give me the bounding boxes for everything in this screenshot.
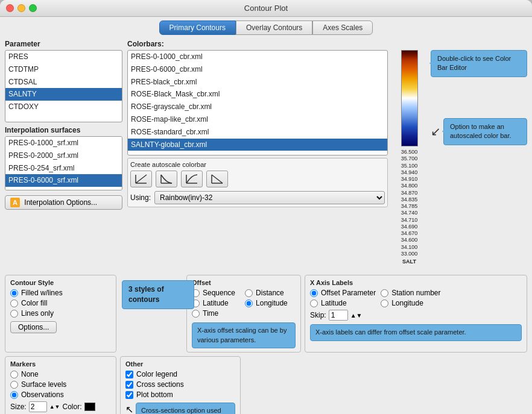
cbr-rose-gray[interactable]: ROSE-grayscale_cbr.xml xyxy=(128,101,387,113)
tip-xaxis-offset: X-axis offset scaling can be by various … xyxy=(192,322,296,348)
style-lines-label: Lines only xyxy=(21,309,54,318)
color-swatch[interactable] xyxy=(84,403,95,411)
param-salnty[interactable]: SALNTY xyxy=(5,88,122,101)
xaxis-station[interactable]: Station number xyxy=(381,289,440,297)
skip-row: Skip: ▲▼ xyxy=(310,310,522,321)
interpolation-options-button[interactable]: A Interpolation Options... xyxy=(5,195,122,210)
tips-column: Double-click to see Color Bar Editor ↙ O… xyxy=(431,50,527,265)
autoscale-icon-4[interactable] xyxy=(206,171,228,187)
xaxis-longitude[interactable]: Longitude xyxy=(381,299,440,307)
param-ctdtmp[interactable]: CTDTMP xyxy=(5,63,122,76)
cb-plot-bottom[interactable]: Plot bottom xyxy=(125,390,235,399)
tab-overlay-contours[interactable]: Overlay Contours xyxy=(236,20,312,35)
colorbar-list[interactable]: PRES-0-1000_cbr.xml PRES-0-6000_cbr.xml … xyxy=(127,50,388,155)
param-ctdoxy[interactable]: CTDOXY xyxy=(5,101,122,113)
tip-xaxis-labels-text: X-axis labels can differ from offset sca… xyxy=(315,328,466,336)
offset-panel: Offset Sequence Latitude Time xyxy=(186,275,301,353)
offset-longitude[interactable]: Longitude xyxy=(245,299,288,307)
tip-dblclick-text: Double-click to see Color Bar Editor xyxy=(437,55,511,71)
tab-axes-scales[interactable]: Axes Scales xyxy=(312,20,373,35)
surf-label: Interpolation surfaces xyxy=(5,126,122,134)
minimize-button[interactable] xyxy=(17,4,25,12)
surf-254[interactable]: PRES-0-254_srf.xml xyxy=(5,162,122,175)
offset-title: Offset xyxy=(192,279,296,286)
a-badge: A xyxy=(10,198,20,207)
titlebar: Contour Plot xyxy=(0,0,532,17)
xaxis-offset-param[interactable]: Offset Parameter xyxy=(310,289,376,297)
style-lines-only[interactable]: Lines only xyxy=(10,309,111,318)
cb-color-legend[interactable]: Color legend xyxy=(125,370,235,378)
colorbar-visual: 36.500 35.700 35.100 34.940 34.910 34.80… xyxy=(393,50,426,265)
close-button[interactable] xyxy=(6,4,14,12)
autoscale-icon-3[interactable] xyxy=(181,171,203,187)
surf-woa[interactable]: PRES-WOA traditional 33 ... xyxy=(5,187,122,190)
svg-line-0 xyxy=(136,175,147,183)
surf-6000[interactable]: PRES-0-6000_srf.xml xyxy=(5,174,122,187)
param-pres[interactable]: PRES xyxy=(5,51,122,63)
surf-2000[interactable]: PRES-0-2000_srf.xml xyxy=(5,149,122,162)
marker-obs[interactable]: Observations xyxy=(10,390,111,399)
skip-stepper[interactable]: ▲▼ xyxy=(350,312,363,319)
surf-1000[interactable]: PRES-0-1000_srf.xml xyxy=(5,137,122,149)
offset-latitude[interactable]: Latitude xyxy=(192,299,235,307)
cbr-6000[interactable]: PRES-0-6000_cbr.xml xyxy=(128,63,387,76)
skip-input[interactable] xyxy=(329,310,348,321)
offset-col2: Distance Longitude xyxy=(245,289,288,318)
surface-list[interactable]: PRES-0-1000_srf.xml PRES-0-2000_srf.xml … xyxy=(5,136,122,190)
tab-primary-contours[interactable]: Primary Contours xyxy=(159,20,236,35)
parameter-list[interactable]: PRES CTDTMP CTDSAL SALNTY CTDOXY xyxy=(5,50,122,122)
using-select[interactable]: Rainbow(inv)-32 xyxy=(154,191,385,204)
contour-style-panel: Contour Style Filled w/lines Color fill … xyxy=(5,275,116,353)
colorbar-list-wrap: PRES-0-1000_cbr.xml PRES-0-6000_cbr.xml … xyxy=(127,50,388,265)
marker-none[interactable]: None xyxy=(10,370,111,378)
markers-panel: Markers None Surface levels Observations… xyxy=(5,356,116,414)
cbr-rose-black[interactable]: ROSE-Black_Mask_cbr.xml xyxy=(128,88,387,101)
cbr-rose-map[interactable]: ROSE-map-like_cbr.xml xyxy=(128,113,387,126)
tip-dblclick: Double-click to see Color Bar Editor xyxy=(431,50,527,77)
colorbars-section: PRES-0-1000_cbr.xml PRES-0-6000_cbr.xml … xyxy=(127,50,527,265)
right-panel: Colorbars: PRES-0-1000_cbr.xml PRES-0-60… xyxy=(127,40,527,270)
contour-options-button[interactable]: Options... xyxy=(10,321,57,333)
colorbars-label: Colorbars: xyxy=(127,40,527,48)
tip-autoscale: Option to make an autoscaled color bar. xyxy=(443,118,527,145)
xaxis-panel: X Axis Labels Offset Parameter Latitude xyxy=(305,275,527,353)
markers-title: Markers xyxy=(10,360,111,368)
offset-distance[interactable]: Distance xyxy=(245,289,288,297)
contour-style-options: Filled w/lines Color fill Lines only xyxy=(10,289,111,318)
autoscale-icon-1[interactable] xyxy=(130,171,152,187)
size-stepper[interactable]: ▲▼ xyxy=(49,404,60,410)
left-panel: Parameter PRES CTDTMP CTDSAL SALNTY CTDO… xyxy=(5,40,122,270)
xaxis-col1: Offset Parameter Latitude xyxy=(310,289,376,307)
cbr-black[interactable]: PRES-black_cbr.xml xyxy=(128,76,387,89)
tip-cross-text: Cross-sections option used here for demo… xyxy=(141,407,221,414)
bottom-panels-row2: Markers None Surface levels Observations… xyxy=(0,356,532,414)
marker-surface-label: Surface levels xyxy=(21,380,66,389)
other-title: Other xyxy=(125,360,235,368)
style-color-label: Color fill xyxy=(21,299,47,307)
contour-style-title: Contour Style xyxy=(10,279,111,286)
offset-sequence[interactable]: Sequence xyxy=(192,289,235,297)
cbr-rose-std[interactable]: ROSE-standard_cbr.xml xyxy=(128,126,387,139)
tip-xaxis-text: X-axis offset scaling can be by various … xyxy=(197,327,287,343)
style-filled[interactable]: Filled w/lines xyxy=(10,289,111,297)
xaxis-latitude[interactable]: Latitude xyxy=(310,299,376,307)
marker-none-label: None xyxy=(21,370,39,378)
cbr-salnty[interactable]: SALNTY-global_cbr.xml xyxy=(128,139,387,151)
main-content: Parameter PRES CTDTMP CTDSAL SALNTY CTDO… xyxy=(0,35,532,275)
autoscale-label: Create autoscale colorbar xyxy=(130,161,385,168)
colorbar-unit: SALT xyxy=(401,259,418,265)
offset-time[interactable]: Time xyxy=(192,309,235,318)
param-ctdsal[interactable]: CTDSAL xyxy=(5,76,122,89)
autoscale-icon-2[interactable] xyxy=(156,171,177,187)
marker-surface[interactable]: Surface levels xyxy=(10,380,111,389)
main-window: Contour Plot Primary Contours Overlay Co… xyxy=(0,0,532,414)
cross-section-tip-row: ↖ Cross-sections option used here for de… xyxy=(125,403,235,414)
size-input[interactable] xyxy=(29,401,47,412)
skip-label: Skip: xyxy=(310,311,326,319)
other-panel: Other Color legend Cross sections Plot b… xyxy=(120,356,241,414)
style-color-fill[interactable]: Color fill xyxy=(10,299,111,307)
style-filled-label: Filled w/lines xyxy=(21,289,63,297)
cb-cross-sections[interactable]: Cross sections xyxy=(125,380,235,389)
maximize-button[interactable] xyxy=(29,4,37,12)
cbr-1000[interactable]: PRES-0-1000_cbr.xml xyxy=(128,51,387,63)
